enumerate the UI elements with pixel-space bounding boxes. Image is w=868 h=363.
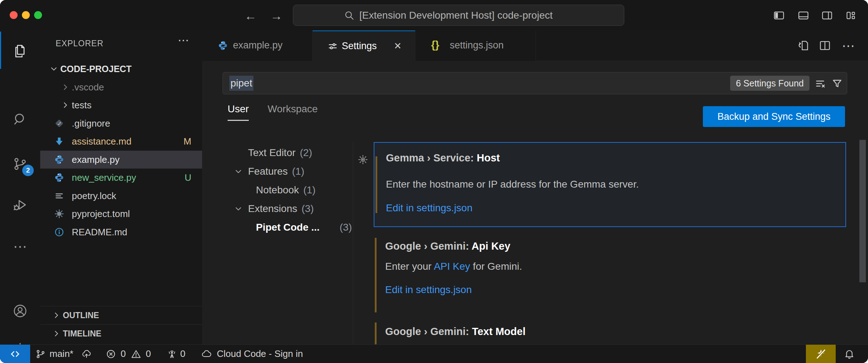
window-title: [Extension Development Host] code-projec… [359,5,553,25]
explorer-icon[interactable] [12,43,28,59]
setting-modified-indicator [375,238,377,312]
customize-layout-icon[interactable] [844,9,857,22]
editor-more-actions-icon[interactable] [842,30,855,61]
spark-slash-status-item[interactable] [806,345,836,363]
chevron-down-icon [234,167,243,176]
toc-pipet-code[interactable]: Pipet Code ... (3) [228,218,346,237]
setting-title: Gemma › Service: Host [386,152,500,164]
edit-in-settings-json-link[interactable]: Edit in settings.json [385,284,472,296]
tree-item-example-py[interactable]: example.py [40,151,202,169]
ports-count[interactable]: 0 [180,345,185,363]
setting-title: Google › Gemini: Api Key [385,240,510,252]
ports-tower-icon[interactable] [167,349,177,359]
git-untracked-badge: U [185,169,191,187]
notifications-bell-icon[interactable] [844,348,854,359]
tree-item-tests[interactable]: tests [40,96,202,114]
outline-section-header[interactable]: OUTLINE [40,306,202,324]
toggle-panel-icon[interactable] [797,9,810,22]
open-settings-json-icon[interactable] [796,39,810,52]
toc-divider [353,142,353,344]
close-window-button[interactable] [10,11,18,19]
info-icon [54,227,65,237]
settings-search-input[interactable]: pipet 6 Settings Found [223,72,847,94]
tree-item-new-service-py[interactable]: new_service.py U [40,169,202,187]
zoom-window-button[interactable] [34,11,42,19]
scrollbar-thumb[interactable] [859,140,866,282]
tab-example-py[interactable]: example.py [202,30,313,61]
account-icon[interactable] [12,303,28,319]
python-file-icon [54,154,65,165]
scope-tab-workspace[interactable]: Workspace [268,103,318,120]
tab-settings[interactable]: Settings [313,30,415,61]
markdown-download-icon [54,136,65,147]
toc-text-editor[interactable]: Text Editor(2) [228,143,346,162]
close-tab-icon[interactable] [394,31,402,61]
search-icon [344,10,355,21]
split-editor-icon[interactable] [818,39,832,52]
backup-sync-settings-button[interactable]: Backup and Sync Settings [703,106,845,127]
tree-root-code-project[interactable]: CODE-PROJECT [40,60,202,78]
toc-extensions[interactable]: Extensions(3) [228,199,346,218]
toml-gear-icon [54,208,65,219]
warnings-icon[interactable] [131,349,141,359]
additional-views-icon[interactable] [12,239,28,254]
title-bar: [Extension Development Host] code-projec… [0,0,868,30]
tree-item-gitignore[interactable]: .gitignore [40,114,202,132]
minimize-window-button[interactable] [22,11,30,19]
scope-tab-user[interactable]: User [228,103,249,121]
settings-search-value: pipet [229,76,253,91]
chevron-right-icon [52,311,61,320]
setting-row-google-gemini-api-key[interactable]: Google › Gemini: Api Key Enter your API … [374,235,846,317]
settings-scope-tabs: User Workspace [228,103,335,121]
toc-features[interactable]: Features(1) [228,162,346,181]
errors-icon[interactable] [106,349,116,359]
setting-row-google-gemini-text-model[interactable]: Google › Gemini: Text Model [374,319,846,344]
setting-title: Google › Gemini: Text Model [385,326,526,338]
chevron-down-icon [234,204,243,213]
chevron-right-icon [61,83,70,91]
command-center[interactable]: [Extension Development Host] code-projec… [293,5,624,26]
source-control-badge: 2 [22,165,34,176]
setting-description: Enter your API Key for Gemini. [385,261,522,272]
tree-item-readme-md[interactable]: README.md [40,223,202,241]
active-view-indicator [0,32,1,69]
explorer-actions-icon[interactable] [178,33,189,47]
timeline-section-header[interactable]: TIMELINE [40,324,202,343]
activity-bar: 2 1 [0,30,40,344]
vscode-window: [Extension Development Host] code-projec… [0,0,868,363]
branch-label[interactable]: main* [50,345,73,363]
lock-file-lines-icon [54,190,65,201]
setting-modified-indicator [375,322,377,344]
filter-funnel-icon[interactable] [831,77,843,90]
settings-count-badge: 6 Settings Found [730,76,809,91]
setting-gear-icon[interactable] [358,154,368,165]
tree-item-pyproject-toml[interactable]: pyproject.toml [40,205,202,223]
toggle-primary-sidebar-icon[interactable] [773,9,785,22]
toggle-secondary-sidebar-icon[interactable] [821,9,834,22]
sidebar-title: EXPLORER [56,39,103,48]
tab-settings-json[interactable]: settings.json [415,30,536,61]
api-key-link[interactable]: API Key [434,261,470,272]
remote-indicator[interactable] [0,345,30,363]
setting-row-gemma-service-host[interactable]: Gemma › Service: Host Enter the hostname… [374,142,846,227]
chevron-down-icon [50,65,58,73]
sync-cloud-icon[interactable] [81,349,92,359]
setting-modified-indicator [375,156,377,213]
run-debug-icon[interactable] [12,197,28,213]
warnings-count[interactable]: 0 [146,345,151,363]
forward-button[interactable] [269,8,284,24]
settings-sliders-icon [327,41,338,52]
toc-notebook[interactable]: Notebook(1) [228,181,346,199]
git-branch-icon [35,349,46,359]
cloud-icon [201,349,212,359]
tree-item-vscode[interactable]: .vscode [40,78,202,96]
search-view-icon[interactable] [12,111,28,127]
back-button[interactable] [243,8,258,24]
tree-item-assistance-md[interactable]: assistance.md M [40,132,202,150]
edit-in-settings-json-link[interactable]: Edit in settings.json [386,202,472,214]
errors-count[interactable]: 0 [121,345,126,363]
git-file-icon [54,118,65,129]
clear-search-icon[interactable] [815,77,827,90]
tree-item-poetry-lock[interactable]: poetry.lock [40,187,202,205]
cloud-code-signin[interactable]: Cloud Code - Sign in [217,345,303,363]
